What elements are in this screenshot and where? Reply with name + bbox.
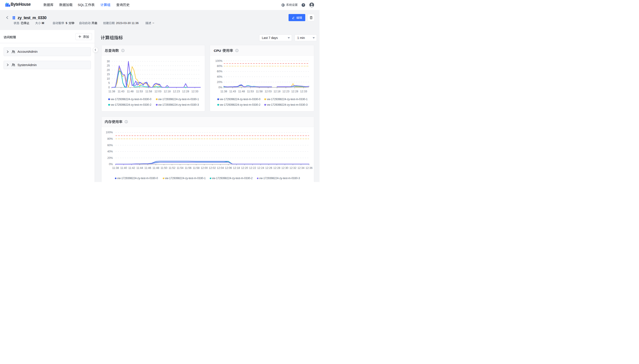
- svg-text:12:04: 12:04: [217, 166, 224, 170]
- svg-text:11:52: 11:52: [169, 166, 175, 170]
- svg-text:12:36: 12:36: [305, 166, 312, 170]
- svg-text:12:23: 12:23: [173, 90, 180, 93]
- svg-text:11:48: 11:48: [153, 166, 159, 170]
- svg-text:11:50: 11:50: [161, 166, 167, 170]
- svg-text:12:02: 12:02: [209, 166, 216, 170]
- svg-text:11:38: 11:38: [112, 166, 119, 170]
- svg-text:10: 10: [107, 77, 110, 80]
- svg-text:11:38: 11:38: [220, 90, 227, 93]
- svg-text:12:18: 12:18: [233, 166, 240, 170]
- svg-text:12:20: 12:20: [241, 166, 248, 170]
- svg-text:11:40: 11:40: [120, 166, 127, 170]
- svg-text:12:03: 12:03: [155, 90, 161, 93]
- svg-text:60%: 60%: [217, 70, 222, 73]
- svg-text:?: ?: [303, 4, 304, 6]
- svg-text:12:34: 12:34: [297, 166, 304, 170]
- svg-text:12:28: 12:28: [291, 90, 298, 93]
- svg-text:11:58: 11:58: [256, 90, 263, 93]
- svg-text:12:18: 12:18: [164, 90, 171, 93]
- svg-text:0%: 0%: [218, 86, 222, 89]
- svg-text:100%: 100%: [215, 60, 222, 62]
- svg-text:12:32: 12:32: [289, 166, 296, 170]
- svg-text:40%: 40%: [107, 150, 113, 153]
- svg-text:20%: 20%: [107, 156, 113, 160]
- svg-text:0%: 0%: [109, 163, 113, 166]
- svg-text:12:28: 12:28: [182, 90, 189, 93]
- svg-text:12:30: 12:30: [281, 166, 288, 170]
- svg-text:11:48: 11:48: [127, 90, 134, 93]
- svg-text:5: 5: [108, 82, 110, 84]
- svg-text:20: 20: [107, 68, 110, 72]
- svg-text:15: 15: [107, 73, 110, 76]
- svg-text:12:26: 12:26: [265, 166, 272, 170]
- svg-text:12:03: 12:03: [265, 90, 272, 93]
- svg-text:11:43: 11:43: [118, 90, 124, 93]
- svg-text:11:48: 11:48: [238, 90, 245, 93]
- svg-text:11:38: 11:38: [109, 90, 115, 93]
- svg-text:12:06: 12:06: [225, 166, 232, 170]
- svg-text:12:24: 12:24: [257, 166, 264, 170]
- svg-text:25: 25: [107, 64, 110, 67]
- svg-text:11:58: 11:58: [193, 166, 200, 170]
- svg-text:11:56: 11:56: [185, 166, 192, 170]
- svg-text:12:23: 12:23: [282, 90, 289, 93]
- svg-text:20%: 20%: [217, 80, 222, 84]
- svg-text:0: 0: [108, 86, 110, 89]
- svg-text:12:28: 12:28: [273, 166, 280, 170]
- svg-text:11:46: 11:46: [145, 166, 151, 170]
- svg-text:40%: 40%: [217, 75, 222, 78]
- svg-text:80%: 80%: [107, 137, 113, 140]
- svg-text:11:43: 11:43: [229, 90, 236, 93]
- svg-text:11:44: 11:44: [136, 166, 143, 170]
- svg-text:80%: 80%: [217, 64, 222, 68]
- svg-text:11:58: 11:58: [145, 90, 152, 93]
- svg-text:12:18: 12:18: [273, 90, 280, 93]
- svg-text:12:00: 12:00: [201, 166, 208, 170]
- svg-text:11:54: 11:54: [177, 166, 184, 170]
- svg-text:12:33: 12:33: [300, 90, 307, 93]
- svg-text:30: 30: [107, 60, 110, 63]
- svg-text:11:42: 11:42: [128, 166, 135, 170]
- svg-text:12:22: 12:22: [249, 166, 256, 170]
- svg-text:60%: 60%: [107, 144, 113, 147]
- svg-text:12:33: 12:33: [191, 90, 198, 93]
- svg-text:11:53: 11:53: [247, 90, 254, 93]
- svg-text:100%: 100%: [106, 131, 113, 134]
- svg-text:11:53: 11:53: [136, 90, 143, 93]
